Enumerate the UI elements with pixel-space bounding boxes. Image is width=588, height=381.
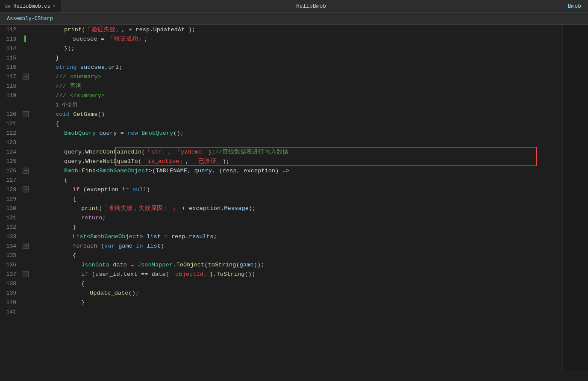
gutter-117: − [21,74,30,80]
title-bar: C# HelloBmob.cs × HelloBmob Bmob [0,0,588,13]
code-line-118: 118 /// 查询 [0,81,562,91]
line-num-113: 113 [0,36,21,42]
line-content-131: return; [30,215,562,221]
line-num-117: 117 [0,74,21,80]
code-line-137: 137 − if (user_id.text == date[「objectId… [0,269,562,279]
collapse-134[interactable]: − [23,243,29,249]
line-content-126: Bmob.Find<BmobGameObject>(TABLENAME, que… [30,168,562,174]
line-num-112: 112 [0,27,21,33]
line-content-127: { [30,177,562,183]
tab-label: HelloBmob.cs [13,3,50,9]
menu-bar: Assembly-CSharp [0,13,588,25]
code-line-114: 114 }); [0,44,562,53]
code-line-133: 133 List<BmobGameObject> list = resp.res… [0,232,562,241]
code-line-120: 120 − void GetGame() [0,109,562,119]
code-line-125: 125 query.WhereNotEqualTo(「is_active」, 「… [0,157,562,166]
line-content-114: }); [30,45,562,52]
code-line-128: 128 − if (exception != null) [0,185,562,194]
editor-container: 112 print(「验证失败」, + resp.UpdatedAt ); 11… [0,25,588,370]
code-line-126: 126 − Bmob.Find<BmobGameObject>(TABLENAM… [0,166,562,175]
gutter-126: − [21,168,30,174]
code-line-136: 136 JsonData date = JsonMapper.ToObject(… [0,260,562,269]
code-line-141: 141 [0,307,562,316]
cs-file-icon: C# [5,4,11,9]
line-content-118: /// 查询 [30,82,562,90]
gutter-113 [21,35,30,42]
code-line-113: 113 succsee = 「验证成功」; [0,34,562,44]
line-num-138: 138 [0,281,21,287]
line-num-129: 129 [0,196,21,202]
code-line-130: 130 print(「查询失败，失败原因： 」 + exception.Mess… [0,204,562,213]
line-num-119: 119 [0,92,21,99]
code-line-138: 138 { [0,279,562,288]
collapse-120[interactable]: − [23,111,29,117]
code-line-135: 135 { [0,251,562,260]
code-area[interactable]: 112 print(「验证失败」, + resp.UpdatedAt ); 11… [0,25,562,370]
line-content-133: List<BmobGameObject> list = resp.results… [30,233,562,240]
window-title: HelloBmob [61,3,561,9]
line-content-120: void GetGame() [30,111,562,118]
collapse-128[interactable]: − [23,186,29,192]
collapse-117[interactable]: − [23,74,29,80]
code-line-140: 140 } [0,298,562,307]
code-line-117: 117 − /// <summary> [0,72,562,81]
code-line-124: 124 query.WhereContainedIn(「str」, 「yzdem… [0,147,562,157]
code-line-129: 129 { [0,194,562,204]
nav-right-label: Bmob [561,3,588,9]
line-content-137: if (user_id.text == date[「objectId」].ToS… [30,270,562,278]
line-content-129: { [30,196,562,202]
code-line-115: 115 } [0,53,562,62]
line-content-119: /// </summary> [30,92,562,99]
line-num-140: 140 [0,299,21,306]
code-line-139: 139 Update_date(); [0,288,562,298]
gutter-137: − [21,271,30,277]
line-num-121: 121 [0,121,21,127]
line-content-132: } [30,224,562,230]
line-num-133: 133 [0,233,21,240]
code-line-122: 122 BmobQuery query = new BmobQuery(); [0,128,562,138]
collapse-137[interactable]: − [23,271,29,277]
line-content-117: /// <summary> [30,74,562,80]
line-content-136: JsonData date = JsonMapper.ToObject(toSt… [30,262,562,268]
line-num-120: 120 [0,111,21,118]
ref-count-line: 1 个引用 [0,100,562,109]
line-content-123 [30,139,562,146]
line-num-131: 131 [0,215,21,221]
code-line-134: 134 − foreach (var game in list) [0,241,562,251]
line-content-125: query.WhereNotEqualTo(「is_active」, 「已验证」… [30,157,562,165]
line-content-134: foreach (var game in list) [30,243,562,249]
line-content-122: BmobQuery query = new BmobQuery(); [30,130,562,136]
line-num-114: 114 [0,45,21,52]
line-num-134: 134 [0,243,21,249]
line-content-121: { [30,121,562,127]
line-content-128: if (exception != null) [30,186,562,193]
code-line-123: 123 [0,138,562,147]
line-num-139: 139 [0,290,21,296]
line-num-123: 123 [0,139,21,146]
code-line-116: 116 string succsee,url; [0,62,562,72]
code-line-127: 127 { [0,175,562,185]
line-content-115: } [30,55,562,61]
line-content-139: Update_date(); [30,290,562,296]
line-content-140: } [30,299,562,306]
line-num-128: 128 [0,186,21,193]
line-content-116: string succsee,url; [30,64,562,71]
line-content-113: succsee = 「验证成功」; [30,35,562,43]
collapse-126[interactable]: − [23,168,29,174]
line-content-138: { [30,281,562,287]
line-num-125: 125 [0,158,21,165]
line-num-137: 137 [0,271,21,278]
line-content-135: { [30,252,562,259]
tab-close-button[interactable]: × [53,4,56,9]
line-num-124: 124 [0,149,21,155]
line-num-116: 116 [0,64,21,71]
gutter-128: − [21,186,30,192]
selection-group: 124 query.WhereContainedIn(「str」, 「yzdem… [0,147,562,166]
assembly-csharp-menu[interactable]: Assembly-CSharp [3,15,56,23]
line-num-126: 126 [0,168,21,174]
code-line-119: 119 /// </summary> [0,91,562,100]
line-num-136: 136 [0,262,21,268]
file-tab[interactable]: C# HelloBmob.cs × [0,0,61,12]
line-num-115: 115 [0,55,21,61]
line-content-124: query.WhereContainedIn(「str」, 「yzdemo」);… [30,148,562,156]
